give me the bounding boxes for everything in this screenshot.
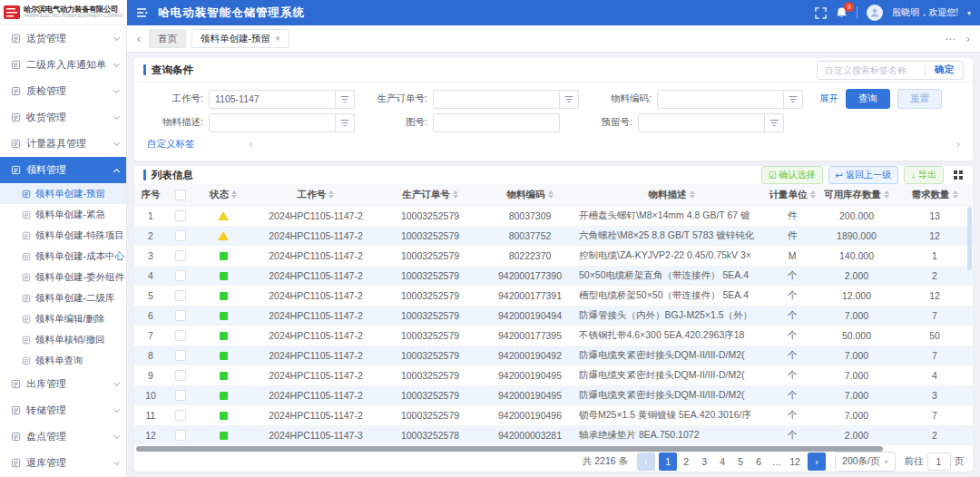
row-checkbox[interactable] — [167, 405, 194, 425]
sidebar-item[interactable]: 计量器具管理 — [0, 131, 126, 157]
table-row[interactable]: 92024HPC1105-1147-2100032525799420001904… — [134, 365, 973, 385]
export-button[interactable]: ↓ 导出 — [904, 166, 944, 184]
row-checkbox[interactable] — [175, 250, 186, 261]
table-row[interactable]: 82024HPC1105-1147-2100032525799420001904… — [134, 346, 973, 365]
sidebar-item[interactable]: 退库管理 — [0, 450, 126, 476]
table-row[interactable]: 52024HPC1105-1147-2100032525799420001773… — [134, 286, 973, 306]
sidebar-subitem[interactable]: 领料单查询 — [0, 350, 126, 371]
confirm-select-button[interactable]: ☑ 确认选择 — [761, 166, 823, 184]
sidebar-subitem[interactable]: 领料单创建-二级库 — [0, 287, 126, 308]
page-button-3[interactable]: 3 — [695, 453, 713, 471]
table-row[interactable]: 12024HPC1105-1147-21000325257980037309开槽… — [134, 206, 973, 226]
sort-icon[interactable] — [328, 190, 334, 199]
vertical-scrollbar[interactable] — [967, 207, 972, 270]
工作号-input[interactable] — [209, 90, 336, 109]
sort-icon[interactable] — [810, 190, 816, 199]
column-header-需求数量[interactable]: 需求数量 — [897, 189, 973, 201]
page-button-12[interactable]: 12 — [786, 453, 804, 471]
field-filter-icon[interactable] — [336, 90, 355, 109]
tab-close-icon[interactable]: × — [275, 34, 280, 44]
sidebar-subitem[interactable]: 领料单创建-特殊项目 — [0, 225, 126, 246]
sidebar-subitem[interactable]: 领料单创建-紧急 — [0, 204, 126, 225]
row-checkbox[interactable] — [167, 425, 194, 445]
tab-首页[interactable]: 首页 — [149, 29, 186, 48]
sidebar-item[interactable]: 出库管理 — [0, 371, 126, 397]
sidebar-subitem[interactable]: 领料单创建-委外组件 — [0, 267, 126, 287]
sort-icon[interactable] — [453, 190, 458, 199]
field-filter-icon[interactable] — [784, 90, 803, 109]
sort-icon[interactable] — [884, 190, 889, 199]
row-checkbox[interactable] — [175, 390, 186, 401]
column-header-工作号[interactable]: 工作号 — [252, 189, 379, 201]
tabs-more-icon[interactable]: ⋯ — [942, 33, 958, 45]
row-checkbox[interactable] — [167, 226, 194, 246]
预留号-input[interactable] — [638, 113, 765, 132]
column-header-状态[interactable]: 状态 — [194, 189, 252, 201]
row-checkbox[interactable] — [175, 410, 186, 421]
prev-page-button[interactable]: ‹ — [637, 453, 655, 471]
row-checkbox[interactable] — [175, 210, 186, 221]
user-avatar[interactable] — [867, 5, 883, 21]
table-row[interactable]: 32024HPC1105-1147-21000325257980222370控制… — [134, 246, 973, 266]
table-row[interactable]: 112024HPC1105-1147-210003252579942000190… — [134, 405, 973, 425]
row-checkbox[interactable] — [175, 290, 186, 301]
page-button-6[interactable]: 6 — [750, 453, 768, 471]
row-checkbox[interactable] — [167, 246, 194, 266]
field-filter-icon[interactable] — [765, 113, 784, 132]
row-checkbox[interactable] — [175, 270, 186, 281]
row-checkbox[interactable] — [175, 330, 186, 341]
sidebar-subitem[interactable]: 领料单编辑/删除 — [0, 308, 126, 329]
page-button-4[interactable]: 4 — [713, 453, 731, 471]
table-row[interactable]: 122024HPC1105-1147-310003252578942000003… — [134, 425, 973, 445]
sidebar-collapse-icon[interactable] — [136, 7, 149, 18]
sort-icon[interactable] — [548, 190, 554, 199]
sort-icon[interactable] — [690, 190, 695, 199]
custom-tag-input[interactable] — [818, 62, 925, 79]
row-checkbox[interactable] — [167, 306, 194, 326]
图号-input[interactable] — [433, 113, 560, 132]
page-button-2[interactable]: 2 — [677, 453, 695, 471]
sort-icon[interactable] — [231, 190, 237, 199]
fullscreen-icon[interactable] — [815, 7, 827, 19]
user-menu-caret-icon[interactable]: ▾ — [967, 9, 971, 17]
page-button-5[interactable]: 5 — [731, 453, 750, 471]
field-filter-icon[interactable] — [336, 113, 355, 132]
sidebar-item[interactable]: 二级库入库通知单 — [0, 52, 126, 78]
row-checkbox[interactable] — [167, 266, 194, 286]
sidebar-item[interactable]: 收货管理 — [0, 104, 126, 131]
goto-page-input[interactable] — [927, 453, 951, 471]
sidebar-subitem[interactable]: 领料单创建-成本中心 — [0, 246, 126, 267]
sidebar-item[interactable]: 领料管理 — [0, 157, 126, 183]
user-greeting[interactable]: 殷晓明，欢迎您! — [892, 6, 958, 19]
column-header-物料描述[interactable]: 物料描述 — [579, 189, 768, 201]
custom-tag-link[interactable]: 自定义标签 — [147, 138, 195, 151]
reset-button[interactable]: 重置 — [897, 89, 942, 109]
tags-scroll-right-icon[interactable]: › — [953, 138, 964, 151]
row-checkbox[interactable] — [175, 430, 186, 441]
search-button[interactable]: 查询 — [846, 89, 890, 109]
row-checkbox[interactable] — [175, 230, 186, 241]
column-header-计量单位[interactable]: 计量单位 — [768, 189, 817, 201]
field-filter-icon[interactable] — [560, 90, 579, 109]
row-checkbox[interactable] — [167, 286, 194, 306]
column-header-物料编码[interactable]: 物料编码 — [481, 189, 579, 201]
column-settings-icon[interactable] — [953, 170, 964, 180]
tabs-scroll-left-icon[interactable]: ‹ — [134, 33, 143, 45]
sidebar-item[interactable]: 转储管理 — [0, 397, 126, 423]
物料描述-input[interactable] — [209, 113, 336, 132]
column-header-生产订单号[interactable]: 生产订单号 — [379, 189, 481, 201]
物料编码-input[interactable] — [657, 90, 784, 109]
back-up-level-button[interactable]: ↩ 返回上一级 — [828, 166, 898, 184]
tabs-scroll-right-icon[interactable]: › — [964, 33, 973, 45]
row-checkbox[interactable] — [167, 326, 194, 346]
row-checkbox[interactable] — [167, 206, 194, 226]
sidebar-subitem[interactable]: 领料单核销/撤回 — [0, 329, 126, 350]
page-button-1[interactable]: 1 — [659, 453, 677, 471]
column-header-可用库存数量[interactable]: 可用库存数量 — [817, 189, 897, 201]
sidebar-item[interactable]: 送货管理 — [0, 25, 126, 52]
row-checkbox[interactable] — [175, 310, 186, 321]
table-row[interactable]: 102024HPC1105-1147-210003252579942000190… — [134, 385, 973, 405]
tag-confirm-button[interactable]: 确定 — [926, 63, 963, 76]
sidebar-item[interactable]: 盘点管理 — [0, 423, 126, 450]
row-checkbox[interactable] — [175, 370, 186, 381]
